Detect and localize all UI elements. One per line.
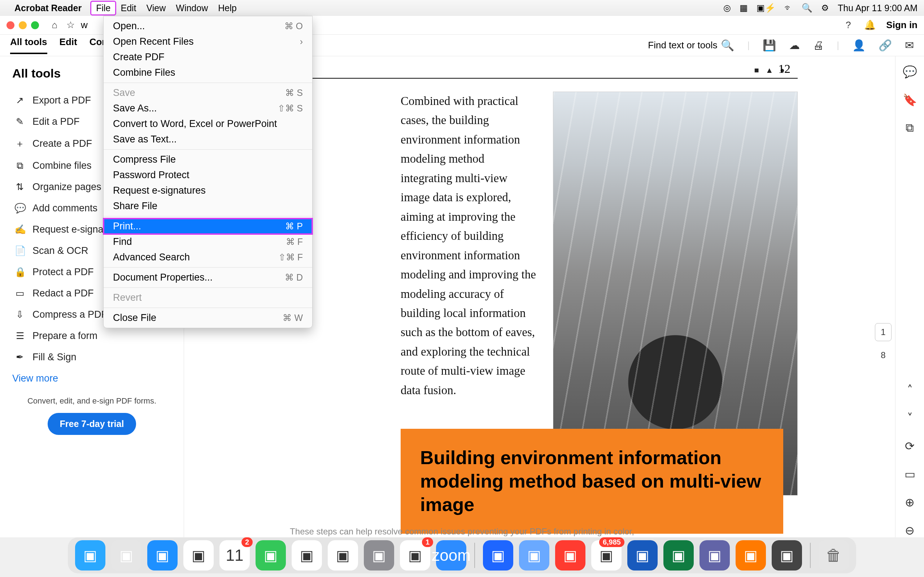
grammarly-icon[interactable]: ◎ — [723, 3, 731, 13]
dock-finder[interactable]: ▣ — [75, 540, 105, 571]
sidebar-item-label: Scan & OCR — [32, 245, 89, 256]
help-icon[interactable]: ? — [843, 20, 854, 31]
menu-print[interactable]: Print...⌘ P — [103, 219, 312, 234]
fit-page-icon[interactable]: ▭ — [905, 467, 915, 481]
spotlight-icon[interactable]: 🔍 — [802, 3, 813, 13]
window-close-button[interactable] — [6, 21, 15, 29]
menu-open[interactable]: Open...⌘ O — [103, 18, 312, 34]
cloud-upload-icon[interactable]: ☁ — [789, 39, 800, 52]
bookmark-icon[interactable]: 🔖 — [903, 93, 917, 107]
sidebar-item-label: Request e-signatu — [32, 224, 111, 235]
dock-teams[interactable]: ▣ — [699, 540, 730, 571]
app-name[interactable]: Acrobat Reader — [15, 3, 82, 13]
dock-mail[interactable]: ▣6,985 — [591, 540, 622, 571]
dock-jamf[interactable]: ▣ — [483, 540, 513, 571]
tool-icon: ✍ — [15, 224, 25, 235]
battery-icon[interactable]: ▣⚡ — [756, 3, 775, 13]
menu-document-properties[interactable]: Document Properties...⌘ D — [103, 270, 312, 285]
dock-notes[interactable]: ▣ — [292, 540, 322, 571]
chevron-up-icon[interactable]: ˄ — [907, 383, 913, 397]
wifi-icon[interactable]: ᯤ — [784, 3, 793, 13]
sidebar-item-label: Prepare a form — [32, 330, 97, 342]
free-trial-button[interactable]: Free 7-day trial — [48, 413, 136, 435]
sidebar-item-label: Edit a PDF — [32, 116, 80, 127]
menu-file[interactable]: File — [91, 2, 115, 15]
refresh-icon[interactable]: ⟳ — [905, 439, 914, 453]
copy-icon[interactable]: ⧉ — [906, 121, 914, 134]
menu-find[interactable]: Find⌘ F — [103, 234, 312, 250]
chevron-right-icon: › — [300, 36, 303, 47]
dock-messages[interactable]: ▣ — [255, 540, 286, 571]
orange-title-box: Building environment information modelin… — [401, 429, 783, 534]
tool-icon: ⇅ — [15, 181, 25, 193]
page-total: 8 — [875, 346, 892, 364]
bell-icon[interactable]: 🔔 — [864, 20, 875, 31]
menu-convert-to-office[interactable]: Convert to Word, Excel or PowerPoint — [103, 116, 312, 132]
dock-safari[interactable]: ▣ — [147, 540, 178, 571]
menu-save: Save⌘ S — [103, 85, 312, 101]
menu-request-esignatures[interactable]: Request e-signatures — [103, 183, 312, 198]
dock-wave[interactable]: ▣ — [736, 540, 766, 571]
dock: ▣▣▣▣112▣▣▣▣▣1zoom ▣▣▣▣6,985▣▣▣▣▣ 🗑 — [68, 537, 856, 574]
link-icon[interactable]: 🔗 — [879, 39, 892, 52]
menu-combine-files[interactable]: Combine Files — [103, 65, 312, 81]
menu-window[interactable]: Window — [171, 2, 213, 15]
dock-trash[interactable]: 🗑 — [819, 540, 849, 571]
star-icon[interactable]: ☆ — [65, 20, 76, 31]
menu-save-as-text[interactable]: Save as Text... — [103, 132, 312, 147]
menu-advanced-search[interactable]: Advanced Search⇧⌘ F — [103, 250, 312, 265]
dock-chrome[interactable]: ▣1 — [400, 540, 430, 571]
view-more-link[interactable]: View more — [12, 373, 171, 384]
dock-settings[interactable]: ▣ — [364, 540, 394, 571]
dock-excel[interactable]: ▣ — [663, 540, 694, 571]
chevron-down-icon[interactable]: ˅ — [907, 411, 913, 425]
tool-icon: ▭ — [15, 288, 25, 299]
home-icon[interactable]: ⌂ — [49, 20, 60, 31]
dock-photos[interactable]: ▣ — [183, 540, 214, 571]
sign-in-button[interactable]: Sign in — [886, 19, 918, 31]
dock-word[interactable]: ▣ — [627, 540, 657, 571]
zoom-in-icon[interactable]: ⊕ — [905, 495, 914, 509]
menu-password-protect[interactable]: Password Protect — [103, 167, 312, 183]
right-rail: 💬 🔖 ⧉ ˄ ˅ ⟳ ▭ ⊕ ⊖ 1 8 — [895, 56, 924, 537]
menu-share-file[interactable]: Share File — [103, 198, 312, 214]
dock-launchpad[interactable]: ▣ — [111, 540, 142, 571]
comment-icon[interactable]: 💬 — [903, 65, 917, 79]
page-current[interactable]: 1 — [875, 323, 892, 341]
search-icon: 🔍 — [721, 39, 734, 52]
tool-icon: 📄 — [15, 245, 25, 256]
tab-edit[interactable]: Edit — [60, 36, 77, 54]
zoom-out-icon[interactable]: ⊖ — [905, 524, 914, 537]
menu-close-file[interactable]: Close File⌘ W — [103, 310, 312, 326]
menu-edit[interactable]: Edit — [115, 2, 141, 15]
find-text-button[interactable]: Find text or tools 🔍 — [648, 39, 734, 52]
menu-help[interactable]: Help — [213, 2, 241, 15]
share-plus-icon[interactable]: 👤 — [852, 39, 866, 52]
dock-zoom[interactable]: zoom — [436, 540, 466, 571]
dock-acrobat[interactable]: ▣ — [555, 540, 585, 571]
control-center-icon[interactable]: ⚙ — [821, 3, 829, 13]
dock-freeform[interactable]: ▣ — [328, 540, 358, 571]
dock-preview[interactable]: ▣ — [519, 540, 549, 571]
tab-all-tools[interactable]: All tools — [10, 36, 47, 54]
dock-keychain[interactable]: ▣ — [772, 540, 802, 571]
sidebar-item-label: Fill & Sign — [32, 351, 76, 363]
tool-icon: ✎ — [15, 116, 25, 127]
menu-view[interactable]: View — [142, 2, 171, 15]
window-zoom-button[interactable] — [31, 21, 39, 29]
print-icon[interactable]: 🖨 — [813, 39, 824, 52]
tab-title[interactable]: w — [81, 19, 88, 31]
menu-compress-file[interactable]: Compress File — [103, 152, 312, 167]
menu-open-recent[interactable]: Open Recent Files› — [103, 34, 312, 49]
dock-calendar[interactable]: 112 — [220, 540, 250, 571]
menu-save-as[interactable]: Save As...⇧⌘ S — [103, 101, 312, 116]
stats-icon[interactable]: ▦ — [740, 3, 748, 13]
orange-title-text: Building environment information modelin… — [420, 446, 764, 516]
window-minimize-button[interactable] — [19, 21, 27, 29]
menu-create-pdf[interactable]: Create PDF — [103, 49, 312, 65]
email-icon[interactable]: ✉ — [905, 39, 914, 52]
save-icon[interactable]: 💾 — [762, 39, 776, 52]
menubar-clock[interactable]: Thu Apr 11 9:00 AM — [838, 3, 918, 13]
sidebar-item-11[interactable]: ☰Prepare a form — [12, 325, 171, 347]
sidebar-item-12[interactable]: ✒Fill & Sign — [12, 347, 171, 368]
